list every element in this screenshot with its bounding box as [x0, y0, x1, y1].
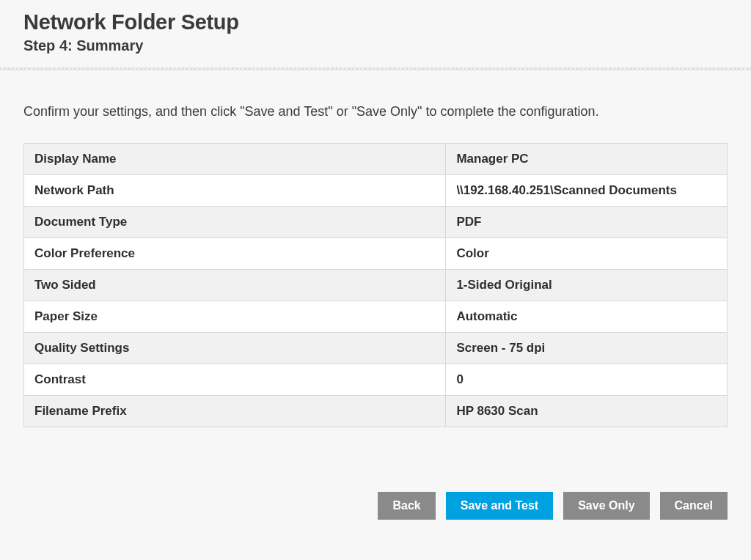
setting-label: Filename Prefix [24, 396, 446, 427]
page-title: Network Folder Setup [23, 10, 728, 34]
setting-label: Paper Size [24, 301, 446, 333]
instruction-text: Confirm your settings, and then click "S… [23, 104, 728, 119]
save-and-test-button[interactable]: Save and Test [446, 492, 553, 520]
settings-table: Display NameManager PC Network Path\\192… [23, 143, 728, 427]
setting-label: Color Preference [24, 238, 446, 270]
back-button[interactable]: Back [378, 492, 435, 520]
setting-label: Display Name [24, 144, 446, 175]
button-row: Back Save and Test Save Only Cancel [23, 492, 728, 520]
cancel-button[interactable]: Cancel [660, 492, 728, 520]
table-row: Network Path\\192.168.40.251\Scanned Doc… [24, 175, 728, 207]
setting-value: 0 [446, 364, 728, 396]
table-row: Document TypePDF [24, 207, 728, 238]
setting-value: Screen - 75 dpi [446, 333, 728, 364]
setting-value: PDF [446, 207, 728, 238]
header-divider [0, 67, 751, 70]
setting-label: Document Type [24, 207, 446, 238]
table-row: Filename PrefixHP 8630 Scan [24, 396, 728, 427]
setting-value: Manager PC [446, 144, 728, 175]
setting-value: 1-Sided Original [446, 270, 728, 301]
setting-label: Two Sided [24, 270, 446, 301]
setting-value: Color [446, 238, 728, 270]
table-row: Paper SizeAutomatic [24, 301, 728, 333]
setting-label: Contrast [24, 364, 446, 396]
page-subtitle: Step 4: Summary [23, 37, 728, 54]
table-row: Contrast0 [24, 364, 728, 396]
setting-label: Network Path [24, 175, 446, 207]
setting-value: HP 8630 Scan [446, 396, 728, 427]
table-row: Color PreferenceColor [24, 238, 728, 270]
setting-value: \\192.168.40.251\Scanned Documents [446, 175, 728, 207]
setting-value: Automatic [446, 301, 728, 333]
table-row: Two Sided1-Sided Original [24, 270, 728, 301]
setting-label: Quality Settings [24, 333, 446, 364]
save-only-button[interactable]: Save Only [563, 492, 649, 520]
table-row: Quality SettingsScreen - 75 dpi [24, 333, 728, 364]
table-row: Display NameManager PC [24, 144, 728, 175]
page-container: Network Folder Setup Step 4: Summary Con… [0, 0, 751, 540]
